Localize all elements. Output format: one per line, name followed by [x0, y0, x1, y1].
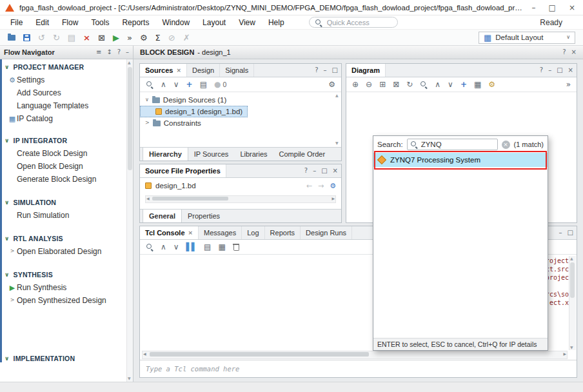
gear-icon[interactable] — [328, 81, 335, 88]
scroll-thumb[interactable] — [128, 67, 132, 170]
help-icon[interactable] — [315, 67, 318, 74]
menu-reports[interactable]: Reports — [115, 17, 155, 28]
search-query[interactable]: ZYNQ — [421, 141, 442, 148]
tab-messages[interactable]: Messages — [199, 226, 242, 239]
overflow-icon[interactable] — [566, 81, 571, 88]
flownav-item-language-templates[interactable]: Language Templates — [0, 99, 133, 112]
collapse-icon[interactable] — [126, 49, 129, 55]
menu-tools[interactable]: Tools — [84, 17, 115, 28]
scroll-thumb[interactable] — [150, 352, 369, 357]
scroll-right-icon[interactable] — [563, 352, 566, 356]
section-simulation[interactable]: SIMULATION — [0, 196, 133, 209]
clear-search-icon[interactable]: × — [502, 141, 510, 149]
pause-icon[interactable] — [186, 243, 197, 251]
add-sources-icon[interactable] — [186, 81, 193, 88]
save-icon[interactable] — [23, 34, 30, 41]
scroll-up-icon[interactable] — [335, 93, 339, 97]
zoom-fit-icon[interactable] — [379, 81, 386, 88]
tab-general[interactable]: General — [143, 210, 182, 222]
window-icon[interactable] — [98, 34, 105, 42]
forward-icon[interactable] — [318, 182, 324, 190]
slash-icon[interactable] — [168, 34, 175, 42]
close-icon[interactable] — [569, 4, 575, 12]
close-icon[interactable] — [568, 67, 573, 74]
flownav-item-run-synthesis[interactable]: Run Synthesis — [0, 281, 133, 294]
flownav-item-generate-block-design[interactable]: Generate Block Design — [0, 173, 133, 186]
search-icon[interactable] — [146, 243, 153, 251]
minimize-icon[interactable] — [559, 230, 562, 236]
float-icon[interactable] — [568, 230, 573, 236]
tab-properties[interactable]: Properties — [182, 210, 226, 222]
customize-icon[interactable] — [488, 81, 495, 88]
resize-icon[interactable] — [106, 49, 112, 55]
menu-edit[interactable]: Edit — [29, 17, 55, 28]
properties-file-row[interactable]: design_1.bd — [140, 178, 341, 193]
back-icon[interactable] — [306, 182, 312, 190]
scroll-left-icon[interactable] — [146, 197, 150, 201]
refresh-icon[interactable] — [406, 81, 413, 88]
close-icon[interactable] — [571, 49, 577, 55]
scroll-up-icon[interactable] — [128, 61, 131, 64]
scroll-right-icon[interactable] — [331, 197, 335, 201]
close-icon[interactable] — [333, 168, 338, 174]
help-icon[interactable] — [562, 49, 566, 55]
section-synthesis[interactable]: SYNTHESIS — [0, 268, 133, 281]
minimize-icon[interactable] — [532, 4, 536, 12]
tree-item-design1[interactable]: design_1 (design_1.bd) — [140, 106, 248, 117]
menu-layout[interactable]: Layout — [196, 17, 232, 28]
minimize-icon[interactable] — [324, 67, 327, 74]
tcl-vertical-scrollbar[interactable] — [569, 256, 576, 350]
scroll-down-icon[interactable] — [335, 141, 339, 145]
gear-icon[interactable] — [330, 182, 336, 190]
open-project-icon[interactable] — [8, 35, 15, 41]
float-icon[interactable] — [332, 67, 338, 74]
quick-access-search[interactable] — [309, 17, 398, 28]
properties-scrollbar[interactable] — [145, 195, 336, 203]
redo-icon[interactable] — [53, 34, 60, 42]
properties-icon[interactable] — [474, 81, 481, 88]
flownav-item-run-simulation[interactable]: Run Simulation — [0, 209, 133, 222]
tab-log[interactable]: Log — [242, 226, 264, 239]
expand-all-icon[interactable] — [173, 243, 179, 251]
search-icon[interactable] — [420, 81, 428, 88]
close-icon[interactable] — [188, 230, 193, 236]
tcl-command-input[interactable] — [144, 364, 572, 373]
step-icon[interactable] — [127, 34, 132, 42]
minimize-icon[interactable] — [548, 67, 551, 74]
ip-result-zynq7[interactable]: ZYNQ7 Processing System — [373, 153, 548, 167]
copy-icon[interactable] — [68, 34, 75, 42]
undo-icon[interactable] — [38, 34, 45, 42]
tree-item-constraints[interactable]: Constraints — [140, 117, 206, 129]
scroll-left-icon[interactable] — [143, 352, 146, 356]
zoom-in-icon[interactable] — [352, 81, 359, 88]
tab-reports[interactable]: Reports — [265, 226, 301, 239]
delete-icon[interactable] — [83, 34, 90, 42]
gear-icon[interactable] — [140, 34, 148, 42]
scroll-down-icon[interactable] — [570, 346, 573, 349]
expand-all-icon[interactable] — [173, 81, 179, 88]
flownav-item-create-block-design[interactable]: Create Block Design — [0, 147, 133, 160]
scroll-thumb[interactable] — [570, 262, 575, 298]
menu-view[interactable]: View — [232, 17, 262, 28]
section-project-manager[interactable]: PROJECT MANAGER — [0, 61, 133, 74]
help-icon[interactable] — [540, 67, 543, 74]
tab-diagram[interactable]: Diagram — [346, 64, 386, 77]
flownav-item-open-block-design[interactable]: Open Block Design — [0, 160, 133, 173]
section-ip-integrator[interactable]: IP INTEGRATOR — [0, 134, 133, 147]
chevron-down-icon[interactable] — [145, 97, 149, 103]
scroll-thumb[interactable] — [152, 197, 228, 201]
help-icon[interactable] — [117, 49, 121, 55]
collapse-all-icon[interactable] — [161, 243, 166, 251]
flownav-item-open-elaborated-design[interactable]: Open Elaborated Design — [0, 245, 133, 258]
float-icon[interactable] — [557, 67, 562, 74]
report-icon[interactable] — [218, 243, 225, 251]
menu-flow[interactable]: Flow — [55, 17, 84, 28]
trash-icon[interactable] — [233, 243, 239, 251]
chevron-right-icon[interactable] — [145, 121, 150, 126]
help-icon[interactable] — [304, 168, 308, 174]
flownav-item-add-sources[interactable]: Add Sources — [0, 86, 133, 99]
tab-compile-order[interactable]: Compile Order — [273, 148, 331, 161]
collapse-all-icon[interactable] — [435, 81, 440, 88]
tab-design[interactable]: Design — [187, 64, 220, 77]
tab-source-file-properties[interactable]: Source File Properties — [140, 164, 226, 177]
